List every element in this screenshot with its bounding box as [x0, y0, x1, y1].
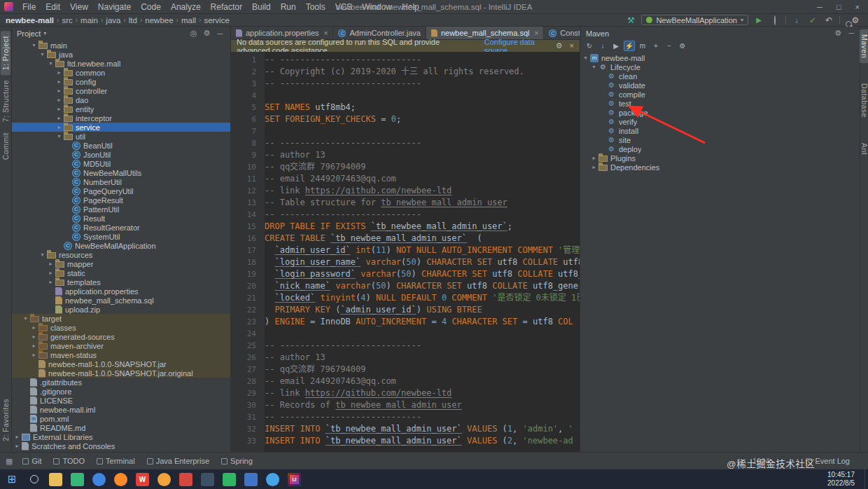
- code-line[interactable]: 13-- Table structure for tb_newbee_mall_…: [231, 197, 580, 209]
- project-item-ltd-newbee-mall[interactable]: ▾ltd.newbee.mall: [12, 59, 230, 68]
- git-update-button[interactable]: ↓: [791, 15, 802, 25]
- chevron-down-icon[interactable]: ▾: [43, 30, 46, 36]
- project-item-newbee-mall-1-0-0-snapshot-jar[interactable]: newbee-mall-1.0.0-SNAPSHOT.jar: [12, 359, 230, 369]
- toolwindow-button-1-project[interactable]: 1: Project: [1, 31, 10, 75]
- breadcrumb-src[interactable]: src: [60, 16, 74, 25]
- toolwindow-button-7-structure[interactable]: 7: Structure: [1, 75, 10, 127]
- minimize-button[interactable]: ─: [817, 3, 822, 11]
- maven-item-newbee-mall[interactable]: ▾newbee-mall: [580, 53, 860, 62]
- project-item-newbee-mall-iml[interactable]: newbee-mall.iml: [12, 405, 230, 414]
- project-item-newbeemallutils[interactable]: NewBeeMallUtils: [12, 168, 230, 177]
- breadcrumb-service[interactable]: service: [202, 16, 230, 25]
- code-line[interactable]: 5SET NAMES utf8mb4;: [231, 102, 580, 113]
- run-config-select[interactable]: NewBeeMallApplication ▾: [641, 15, 748, 25]
- maven-item-test[interactable]: test: [580, 99, 860, 108]
- menu-build[interactable]: Build: [247, 1, 276, 13]
- toolwindow-button-2-favorites[interactable]: 2: Favorites: [1, 394, 10, 446]
- project-item-main[interactable]: ▾main: [12, 41, 230, 50]
- taskbar-app-orange[interactable]: [153, 469, 175, 489]
- build-project-button[interactable]: ⚒: [625, 15, 636, 25]
- project-item-target[interactable]: ▾target: [12, 314, 230, 323]
- code-line[interactable]: 9-- author 13: [231, 149, 580, 161]
- breadcrumb-newbee-mall[interactable]: newbee-mall: [4, 16, 55, 25]
- chevron-collapsed-icon[interactable]: ▸: [55, 69, 63, 76]
- skip-tests-icon[interactable]: ⚡: [624, 41, 635, 51]
- project-item-resultgenerator[interactable]: ResultGenerator: [12, 223, 230, 232]
- taskbar-qq[interactable]: [262, 469, 284, 489]
- maven-item-clean[interactable]: clean: [580, 71, 860, 81]
- chevron-collapsed-icon[interactable]: ▸: [47, 279, 55, 285]
- chevron-expanded-icon[interactable]: ▾: [38, 51, 46, 57]
- project-item-config[interactable]: ▸config: [12, 77, 230, 86]
- maven-item-deploy[interactable]: deploy: [580, 144, 860, 153]
- code-line[interactable]: 18 `login_user_name` varchar(50) CHARACT…: [231, 256, 580, 268]
- menu-run[interactable]: Run: [276, 1, 301, 13]
- menu-analyze[interactable]: Analyze: [166, 1, 206, 13]
- code-line[interactable]: 26-- author 13: [231, 352, 580, 364]
- code-line[interactable]: 28-- email 2449207463@qq.com: [231, 376, 580, 387]
- project-item-newbeemallapplication[interactable]: NewBeeMallApplication: [12, 241, 230, 250]
- gear-icon[interactable]: ⚙: [834, 29, 841, 38]
- code-line[interactable]: 6SET FOREIGN_KEY_CHECKS = 0;: [231, 113, 580, 125]
- maven-item-package[interactable]: package: [580, 108, 860, 117]
- project-panel-title[interactable]: Project: [17, 29, 41, 38]
- project-item-application-properties[interactable]: application.properties: [12, 287, 230, 296]
- taskbar-firefox[interactable]: [110, 469, 132, 489]
- locate-file-button[interactable]: ◎: [188, 29, 199, 38]
- project-item-external-libraries[interactable]: ▸External Libraries: [12, 432, 230, 441]
- chevron-collapsed-icon[interactable]: ▸: [30, 333, 38, 340]
- toolwindow-button-ant[interactable]: Ant: [860, 138, 868, 160]
- maven-item-install[interactable]: install: [580, 126, 860, 135]
- code-line[interactable]: 2-- Copyright (c) 2019-2020 十三 all right…: [231, 66, 580, 78]
- menu-edit[interactable]: Edit: [41, 1, 65, 13]
- project-item-upload-zip[interactable]: upload.zip: [12, 305, 230, 314]
- taskbar-file-explorer[interactable]: [45, 469, 66, 489]
- taskbar-app-green[interactable]: [66, 469, 88, 489]
- code-line[interactable]: 27-- qq交流群 796794009: [231, 364, 580, 376]
- toolwindow-button-maven[interactable]: Maven: [860, 29, 868, 63]
- code-line[interactable]: 8-- ----------------------------: [231, 137, 580, 149]
- profiler-button[interactable]: [774, 16, 776, 25]
- breadcrumb-java[interactable]: java: [104, 16, 122, 25]
- statusbar-todo[interactable]: TODO: [53, 457, 85, 465]
- chevron-collapsed-icon[interactable]: ▸: [55, 97, 63, 103]
- code-line[interactable]: 22 PRIMARY KEY (`admin_user_id`) USING B…: [231, 304, 580, 316]
- code-line[interactable]: 4: [231, 90, 580, 102]
- maximize-button[interactable]: □: [836, 3, 841, 11]
- code-line[interactable]: 33INSERT INTO `tb_newbee_mall_admin_user…: [231, 435, 580, 447]
- gear-icon[interactable]: ⚙: [556, 41, 563, 50]
- project-item-maven-archiver[interactable]: ▸maven-archiver: [12, 341, 230, 350]
- gear-icon[interactable]: ⚙: [202, 29, 212, 38]
- code-line[interactable]: 20 `nick_name` varchar(50) CHARACTER SET…: [231, 280, 580, 292]
- statusbar-terminal[interactable]: Terminal: [97, 457, 135, 465]
- chevron-collapsed-icon[interactable]: ▸: [590, 155, 598, 161]
- code-line[interactable]: 15DROP TABLE IF EXISTS `tb_newbee_mall_a…: [231, 221, 580, 233]
- chevron-collapsed-icon[interactable]: ▸: [55, 78, 63, 85]
- project-item-result[interactable]: Result: [12, 214, 230, 223]
- statusbar-spring[interactable]: Spring: [221, 457, 253, 465]
- project-item-util[interactable]: ▾util: [12, 132, 230, 141]
- project-item-pom-xml[interactable]: pom.xml: [12, 414, 230, 423]
- chevron-collapsed-icon[interactable]: ▸: [30, 324, 38, 331]
- breadcrumb-newbee[interactable]: newbee: [144, 16, 174, 25]
- code-line[interactable]: 10-- qq交流群 796794009: [231, 161, 580, 173]
- project-item-java[interactable]: ▾java: [12, 50, 230, 59]
- menu-refactor[interactable]: Refactor: [206, 1, 247, 13]
- project-item-md5util[interactable]: MD5Util: [12, 159, 230, 168]
- project-item-jsonutil[interactable]: JsonUtil: [12, 150, 230, 159]
- maven-item-compile[interactable]: compile: [580, 90, 860, 99]
- project-item-entity[interactable]: ▸entity: [12, 104, 230, 113]
- git-commit-button[interactable]: ✓: [807, 15, 818, 25]
- menu-file[interactable]: File: [18, 1, 41, 13]
- taskbar-idea[interactable]: IJ: [284, 469, 305, 489]
- download-sources-icon[interactable]: ↓: [597, 41, 608, 51]
- chevron-collapsed-icon[interactable]: ▸: [55, 106, 63, 112]
- project-item-service[interactable]: ▸service: [12, 123, 230, 132]
- maven-item-plugins[interactable]: ▸Plugins: [580, 153, 860, 163]
- project-item-systemutil[interactable]: SystemUtil: [12, 232, 230, 241]
- code-line[interactable]: 21 `locked` tinyint(4) NULL DEFAULT 0 CO…: [231, 292, 580, 304]
- chevron-expanded-icon[interactable]: ▾: [55, 133, 63, 139]
- code-editor[interactable]: 1-- ----------------------------2-- Copy…: [231, 52, 580, 452]
- project-item-readme-md[interactable]: README.md: [12, 423, 230, 432]
- close-button[interactable]: ×: [855, 3, 860, 11]
